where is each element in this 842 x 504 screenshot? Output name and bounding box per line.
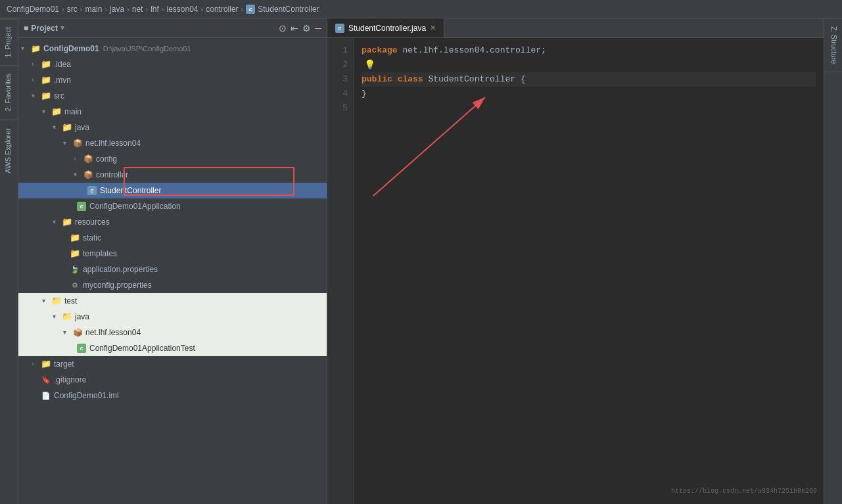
tree-item-mvn[interactable]: › 📁 .mvn <box>18 72 327 88</box>
code-editor: 1 2 3 4 5 package net.lhf.lesson04.contr… <box>327 38 824 504</box>
project-panel: ■ Project ▾ ⊙ ⇤ ⚙ ─ ▾ 📁 ConfigDemo01 <box>18 18 327 504</box>
editor-tab-student-controller[interactable]: c StudentController.java ✕ <box>327 18 444 37</box>
tab-close-button[interactable]: ✕ <box>430 24 436 32</box>
settings-icon[interactable]: ⚙ <box>302 23 311 34</box>
line-num-5: 5 <box>327 101 348 116</box>
tree-item-app[interactable]: c ConfigDemo01Application <box>18 198 327 214</box>
code-content[interactable]: package net.lhf.lesson04.controller; 💡 p… <box>354 38 824 504</box>
locate-icon[interactable]: ⊙ <box>279 23 287 34</box>
collapse-icon[interactable]: ⇤ <box>291 23 298 34</box>
brace-open: { <box>521 72 526 87</box>
tree-item-main[interactable]: ▾ 📁 main <box>18 104 327 120</box>
code-line-5 <box>362 101 816 116</box>
tree-item-student-controller[interactable]: c StudentController <box>18 183 327 198</box>
tree-item-src[interactable]: ▾ 📁 src <box>18 88 327 104</box>
package-name: net.lhf.lesson04.controller; <box>402 43 546 58</box>
minimize-icon[interactable]: ─ <box>315 23 321 34</box>
lightbulb-icon: 💡 <box>364 58 375 72</box>
keyword-package: package <box>362 43 398 58</box>
code-line-2: 💡 <box>362 58 816 72</box>
tree-item-app-properties[interactable]: 🍃 application.properties <box>18 262 327 277</box>
right-side-tabs: Z: Structure <box>824 18 842 504</box>
code-line-4: } <box>362 87 816 101</box>
breadcrumb-class-icon: c <box>246 5 255 14</box>
line-num-2: 2 <box>327 58 348 72</box>
tree-item-controller[interactable]: ▾ 📦 controller <box>18 167 327 183</box>
panel-title: ■ Project ▾ <box>24 24 275 33</box>
tree-item-apptest[interactable]: c ConfigDemo01ApplicationTest <box>18 340 327 356</box>
line-num-4: 4 <box>327 87 348 101</box>
keyword-class: class <box>398 72 423 87</box>
tree-item-idea[interactable]: › 📁 .idea <box>18 57 327 72</box>
tree-item-test-java[interactable]: ▾ 📁 java <box>18 309 327 325</box>
brace-close: } <box>362 87 367 101</box>
tree-item-root[interactable]: ▾ 📁 ConfigDemo01 D:\java\JSP\ConfigDemo0… <box>18 41 327 57</box>
code-line-1: package net.lhf.lesson04.controller; <box>362 43 816 58</box>
tree-item-templates[interactable]: 📁 templates <box>18 246 327 262</box>
keyword-public: public <box>362 72 392 87</box>
breadcrumb-item-controller[interactable]: controller <box>206 5 238 14</box>
line-numbers: 1 2 3 4 5 <box>327 38 354 504</box>
tree-item-test[interactable]: ▾ 📁 test <box>18 293 327 309</box>
sidebar-tab-structure[interactable]: Z: Structure <box>824 18 842 72</box>
tab-label: StudentController.java <box>348 24 426 33</box>
tree-item-resources[interactable]: ▾ 📁 resources <box>18 214 327 230</box>
tree-item-target[interactable]: › 📁 target <box>18 356 327 372</box>
breadcrumb-item-java[interactable]: java <box>110 5 124 14</box>
sidebar-tab-aws[interactable]: AWS Explorer <box>0 120 18 181</box>
tree-item-iml[interactable]: 📄 ConfigDemo01.iml <box>18 388 327 403</box>
tree-item-static[interactable]: 📁 static <box>18 230 327 246</box>
sidebar-tab-favorites[interactable]: 2: Favorites <box>0 65 18 119</box>
watermark: https://blog.csdn.net/u034h7251b0b269 <box>671 484 817 499</box>
breadcrumb-item-project[interactable]: ConfigDemo01 <box>7 5 59 14</box>
project-tree: ▾ 📁 ConfigDemo01 D:\java\JSP\ConfigDemo0… <box>18 38 327 504</box>
panel-header: ■ Project ▾ ⊙ ⇤ ⚙ ─ <box>18 18 327 38</box>
code-line-3: public class StudentController { <box>362 72 816 87</box>
sidebar-tab-project[interactable]: 1: Project <box>0 18 18 65</box>
classname-student-controller: StudentController <box>428 72 515 87</box>
tree-item-test-package[interactable]: ▾ 📦 net.lhf.lesson04 <box>18 325 327 340</box>
breadcrumb-item-lesson04[interactable]: lesson04 <box>166 5 198 14</box>
controller-container: ▾ 📦 controller c StudentController <box>18 167 327 198</box>
panel-toolbar: ⊙ ⇤ ⚙ ─ <box>279 23 321 34</box>
breadcrumb-item-main[interactable]: main <box>85 5 102 14</box>
breadcrumb-item-src[interactable]: src <box>67 5 78 14</box>
breadcrumb-item-lhf[interactable]: lhf <box>151 5 159 14</box>
tree-item-java[interactable]: ▾ 📁 java <box>18 120 327 135</box>
line-num-3: 3 <box>327 72 348 87</box>
tree-item-package[interactable]: ▾ 📦 net.lhf.lesson04 <box>18 135 327 151</box>
tree-item-gitignore[interactable]: 🔖 .gitignore <box>18 372 327 388</box>
breadcrumb: ConfigDemo01 › src › main › java › net ›… <box>0 0 842 18</box>
editor-tabs: c StudentController.java ✕ <box>327 18 824 38</box>
editor-area: c StudentController.java ✕ 1 2 3 4 5 <box>327 18 824 504</box>
tab-class-icon: c <box>335 24 344 33</box>
breadcrumb-item-net[interactable]: net <box>132 5 143 14</box>
tree-item-myconfig-properties[interactable]: ⚙ myconfig.properties <box>18 277 327 293</box>
tree-item-config[interactable]: › 📦 config <box>18 151 327 167</box>
left-side-tabs: 1: Project 2: Favorites AWS Explorer <box>0 18 18 504</box>
breadcrumb-item-class[interactable]: StudentController <box>258 5 319 14</box>
line-num-1: 1 <box>327 43 348 58</box>
